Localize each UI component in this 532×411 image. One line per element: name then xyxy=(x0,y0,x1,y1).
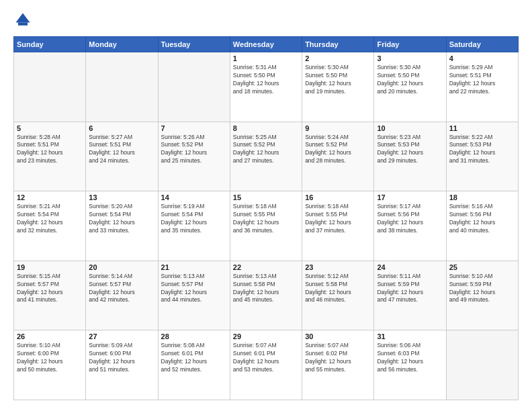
calendar-cell xyxy=(14,52,86,122)
week-row-5: 26Sunrise: 5:10 AM Sunset: 6:00 PM Dayli… xyxy=(14,330,519,400)
calendar-cell: 2Sunrise: 5:30 AM Sunset: 5:50 PM Daylig… xyxy=(302,52,374,122)
day-number: 21 xyxy=(161,263,227,271)
day-number: 19 xyxy=(17,263,83,271)
day-number: 8 xyxy=(233,124,299,132)
day-number: 10 xyxy=(377,124,443,132)
day-info: Sunrise: 5:30 AM Sunset: 5:50 PM Dayligh… xyxy=(305,64,371,96)
calendar-cell: 21Sunrise: 5:13 AM Sunset: 5:57 PM Dayli… xyxy=(158,261,230,330)
calendar-cell: 23Sunrise: 5:12 AM Sunset: 5:58 PM Dayli… xyxy=(302,261,374,330)
logo-icon xyxy=(13,11,32,30)
day-number: 5 xyxy=(17,124,83,132)
calendar-cell: 10Sunrise: 5:23 AM Sunset: 5:53 PM Dayli… xyxy=(374,122,446,191)
weekday-monday: Monday xyxy=(86,37,158,52)
day-info: Sunrise: 5:25 AM Sunset: 5:52 PM Dayligh… xyxy=(233,134,299,166)
day-info: Sunrise: 5:13 AM Sunset: 5:58 PM Dayligh… xyxy=(233,273,299,305)
day-info: Sunrise: 5:07 AM Sunset: 6:01 PM Dayligh… xyxy=(233,342,299,374)
day-number: 20 xyxy=(89,263,154,271)
day-number: 6 xyxy=(89,124,154,132)
calendar-cell: 17Sunrise: 5:17 AM Sunset: 5:56 PM Dayli… xyxy=(374,191,446,261)
day-number: 31 xyxy=(377,332,443,340)
day-number: 1 xyxy=(233,54,299,62)
day-number: 12 xyxy=(17,193,83,201)
day-number: 26 xyxy=(17,332,83,340)
day-info: Sunrise: 5:15 AM Sunset: 5:57 PM Dayligh… xyxy=(17,273,83,305)
calendar-cell: 13Sunrise: 5:20 AM Sunset: 5:54 PM Dayli… xyxy=(86,191,158,261)
calendar-cell: 9Sunrise: 5:24 AM Sunset: 5:52 PM Daylig… xyxy=(302,122,374,191)
day-number: 13 xyxy=(89,193,154,201)
day-number: 9 xyxy=(305,124,371,132)
day-info: Sunrise: 5:22 AM Sunset: 5:53 PM Dayligh… xyxy=(449,134,515,166)
day-info: Sunrise: 5:10 AM Sunset: 6:00 PM Dayligh… xyxy=(17,342,83,374)
calendar-cell: 20Sunrise: 5:14 AM Sunset: 5:57 PM Dayli… xyxy=(86,261,158,330)
weekday-header-row: SundayMondayTuesdayWednesdayThursdayFrid… xyxy=(14,37,519,52)
calendar-cell xyxy=(158,52,230,122)
calendar-cell: 6Sunrise: 5:27 AM Sunset: 5:51 PM Daylig… xyxy=(86,122,158,191)
day-number: 16 xyxy=(305,193,371,201)
day-info: Sunrise: 5:28 AM Sunset: 5:51 PM Dayligh… xyxy=(17,134,83,166)
weekday-saturday: Saturday xyxy=(446,37,518,52)
calendar-cell: 27Sunrise: 5:09 AM Sunset: 6:00 PM Dayli… xyxy=(86,330,158,400)
day-info: Sunrise: 5:08 AM Sunset: 6:01 PM Dayligh… xyxy=(161,342,227,374)
day-info: Sunrise: 5:29 AM Sunset: 5:51 PM Dayligh… xyxy=(449,64,515,96)
day-info: Sunrise: 5:24 AM Sunset: 5:52 PM Dayligh… xyxy=(305,134,371,166)
day-info: Sunrise: 5:09 AM Sunset: 6:00 PM Dayligh… xyxy=(89,342,154,374)
day-info: Sunrise: 5:06 AM Sunset: 6:03 PM Dayligh… xyxy=(377,342,443,374)
day-number: 7 xyxy=(161,124,227,132)
day-info: Sunrise: 5:11 AM Sunset: 5:59 PM Dayligh… xyxy=(377,273,443,305)
weekday-sunday: Sunday xyxy=(14,37,86,52)
calendar-cell xyxy=(446,330,518,400)
day-number: 30 xyxy=(305,332,371,340)
day-info: Sunrise: 5:23 AM Sunset: 5:53 PM Dayligh… xyxy=(377,134,443,166)
day-info: Sunrise: 5:10 AM Sunset: 5:59 PM Dayligh… xyxy=(449,273,515,305)
calendar-cell: 4Sunrise: 5:29 AM Sunset: 5:51 PM Daylig… xyxy=(446,52,518,122)
day-number: 4 xyxy=(449,54,515,62)
week-row-3: 12Sunrise: 5:21 AM Sunset: 5:54 PM Dayli… xyxy=(14,191,519,261)
calendar-cell: 7Sunrise: 5:26 AM Sunset: 5:52 PM Daylig… xyxy=(158,122,230,191)
calendar-cell: 31Sunrise: 5:06 AM Sunset: 6:03 PM Dayli… xyxy=(374,330,446,400)
weekday-wednesday: Wednesday xyxy=(230,37,302,52)
day-info: Sunrise: 5:26 AM Sunset: 5:52 PM Dayligh… xyxy=(161,134,227,166)
calendar-cell: 24Sunrise: 5:11 AM Sunset: 5:59 PM Dayli… xyxy=(374,261,446,330)
calendar-cell: 14Sunrise: 5:19 AM Sunset: 5:54 PM Dayli… xyxy=(158,191,230,261)
day-info: Sunrise: 5:07 AM Sunset: 6:02 PM Dayligh… xyxy=(305,342,371,374)
calendar-cell: 28Sunrise: 5:08 AM Sunset: 6:01 PM Dayli… xyxy=(158,330,230,400)
day-info: Sunrise: 5:13 AM Sunset: 5:57 PM Dayligh… xyxy=(161,273,227,305)
week-row-2: 5Sunrise: 5:28 AM Sunset: 5:51 PM Daylig… xyxy=(14,122,519,191)
header xyxy=(13,11,519,30)
day-number: 29 xyxy=(233,332,299,340)
weekday-friday: Friday xyxy=(374,37,446,52)
calendar-cell: 29Sunrise: 5:07 AM Sunset: 6:01 PM Dayli… xyxy=(230,330,302,400)
calendar-cell: 26Sunrise: 5:10 AM Sunset: 6:00 PM Dayli… xyxy=(14,330,86,400)
weekday-thursday: Thursday xyxy=(302,37,374,52)
day-number: 23 xyxy=(305,263,371,271)
page: SundayMondayTuesdayWednesdayThursdayFrid… xyxy=(0,0,532,411)
calendar-cell xyxy=(86,52,158,122)
day-info: Sunrise: 5:14 AM Sunset: 5:57 PM Dayligh… xyxy=(89,273,154,305)
day-number: 22 xyxy=(233,263,299,271)
day-number: 17 xyxy=(377,193,443,201)
calendar-cell: 25Sunrise: 5:10 AM Sunset: 5:59 PM Dayli… xyxy=(446,261,518,330)
weekday-tuesday: Tuesday xyxy=(158,37,230,52)
logo xyxy=(13,11,35,30)
week-row-1: 1Sunrise: 5:31 AM Sunset: 5:50 PM Daylig… xyxy=(14,52,519,122)
day-info: Sunrise: 5:20 AM Sunset: 5:54 PM Dayligh… xyxy=(89,203,154,235)
day-number: 11 xyxy=(449,124,515,132)
day-number: 3 xyxy=(377,54,443,62)
calendar-cell: 22Sunrise: 5:13 AM Sunset: 5:58 PM Dayli… xyxy=(230,261,302,330)
day-number: 25 xyxy=(449,263,515,271)
day-number: 27 xyxy=(89,332,154,340)
svg-rect-1 xyxy=(18,23,28,26)
day-info: Sunrise: 5:12 AM Sunset: 5:58 PM Dayligh… xyxy=(305,273,371,305)
calendar-cell: 1Sunrise: 5:31 AM Sunset: 5:50 PM Daylig… xyxy=(230,52,302,122)
day-info: Sunrise: 5:21 AM Sunset: 5:54 PM Dayligh… xyxy=(17,203,83,235)
day-number: 18 xyxy=(449,193,515,201)
day-info: Sunrise: 5:18 AM Sunset: 5:55 PM Dayligh… xyxy=(233,203,299,235)
day-number: 14 xyxy=(161,193,227,201)
calendar-cell: 15Sunrise: 5:18 AM Sunset: 5:55 PM Dayli… xyxy=(230,191,302,261)
day-number: 15 xyxy=(233,193,299,201)
day-info: Sunrise: 5:16 AM Sunset: 5:56 PM Dayligh… xyxy=(449,203,515,235)
day-info: Sunrise: 5:30 AM Sunset: 5:50 PM Dayligh… xyxy=(377,64,443,96)
calendar-cell: 19Sunrise: 5:15 AM Sunset: 5:57 PM Dayli… xyxy=(14,261,86,330)
day-number: 24 xyxy=(377,263,443,271)
calendar-cell: 30Sunrise: 5:07 AM Sunset: 6:02 PM Dayli… xyxy=(302,330,374,400)
